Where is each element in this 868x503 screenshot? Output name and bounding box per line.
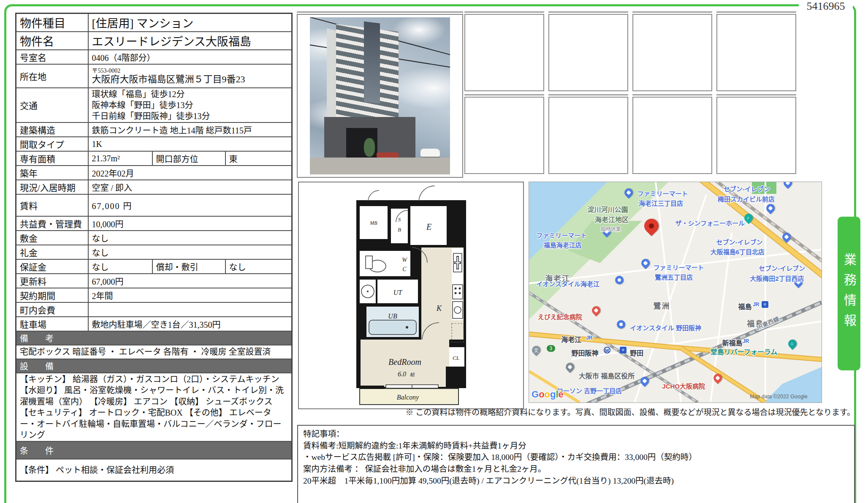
row-label: 駐車場	[16, 317, 88, 331]
map-label-poi: ファミリーマート	[637, 189, 688, 198]
row-label: 礼金	[16, 245, 88, 259]
photo-slot-empty	[632, 14, 712, 91]
map-label-medical: JCHO大阪病院	[662, 381, 705, 390]
map-label-station: 野田阪神	[571, 348, 598, 358]
row-value: なし	[88, 245, 292, 259]
table-row: 保証金なし償却・敷引なし	[16, 259, 292, 274]
white-car	[420, 149, 440, 157]
section-header-row: 条 件	[16, 441, 292, 459]
google-logo-letter: g	[550, 389, 556, 400]
property-table: 物件種目[住居用] マンション物件名エスリードレジデンス大阪福島号室名0406（…	[15, 13, 293, 482]
section-header-row: 設 備	[16, 359, 292, 373]
row-value: [住居用] マンション	[88, 14, 292, 32]
photo-slot-empty	[464, 97, 544, 174]
photo-slot-empty	[632, 97, 712, 174]
table-row: 専有面積21.37m²開口部方位東	[16, 151, 292, 166]
row-value: 2年間	[88, 288, 292, 302]
street	[310, 158, 450, 174]
row-value: 環状線「福島」徒歩12分阪神本線「野田」徒歩13分千日前線「野田阪神」徒歩13分	[88, 88, 292, 122]
google-logo-letter: G	[532, 389, 539, 400]
room-label-c: C	[402, 266, 407, 272]
map-label-jrbadge: JR	[743, 338, 749, 344]
building-photo	[310, 17, 450, 174]
row-value: 67,000 円	[88, 194, 292, 216]
map-label-poi: ザ・シンフォニーホール	[675, 218, 745, 227]
map-label-jrbadge: JR	[753, 302, 759, 307]
map-label-poi: ファミリーマート	[536, 231, 587, 239]
location-map: Google 淀川河川公園海老江地区臨時休業ファミリーマート海老江三丁目店セブン…	[529, 182, 822, 403]
row-label: 間取タイプ	[16, 137, 88, 151]
map-label-jrbadge: JR	[586, 335, 592, 341]
map-label-shield: 3	[547, 345, 556, 352]
map-label-poi: セブン-イレブン	[724, 184, 770, 193]
map-label-poi: ファミリーマート	[654, 263, 704, 272]
table-row: 築年2022年02月	[16, 166, 292, 180]
special-note-line: 20平米超 1平米毎1,100円加算 49,500円(退去時) / エアコンクリ…	[303, 475, 849, 487]
google-logo-letter: o	[545, 389, 550, 400]
section-header-row: 備 考	[16, 331, 292, 345]
row-value: なし	[88, 231, 292, 245]
room-label-w: W	[402, 257, 407, 263]
table-row: 礼金なし	[16, 245, 292, 259]
section-content-row: 宅配ボックス 暗証番号 ・ エレベータ 各階有 ・ 冷暖房 全室設置済	[16, 345, 292, 359]
table-row: 建築構造鉄筋コンクリート造 地上14階 総戸数115戸	[16, 122, 292, 137]
map-label-station: 海老江	[561, 334, 581, 344]
section-content: 【条件】 ペット相談・保証会社利用必須	[16, 459, 292, 481]
row-value-2: 東	[225, 151, 292, 166]
section-content: 宅配ボックス 暗証番号 ・ エレベータ 各階有 ・ 冷暖房 全室設置済	[16, 345, 292, 359]
special-notes-title: 特記事項：	[303, 428, 849, 440]
room-label-ub: UB	[388, 313, 397, 320]
address: 大阪府大阪市福島区鷺洲５丁目9番23	[92, 74, 288, 84]
section-header: 備 考	[16, 331, 292, 345]
map-label-poi: 大阪福島6丁目北店	[711, 247, 765, 256]
row-label-2: 開口部方位	[152, 151, 225, 166]
special-notes-box: 特記事項： 賃料備考:短期解約違約金:1年未満解約時賃料+共益費1ヶ月分・web…	[297, 425, 855, 503]
business-info-tab[interactable]: 業務情報	[838, 217, 860, 370]
cart-pin-icon	[617, 320, 625, 329]
table-row: 所在地〒553-0002大阪府大阪市福島区鷺洲５丁目9番23	[16, 64, 292, 88]
table-row: 現況/入居時期空室 / 即入	[16, 180, 292, 194]
special-note-line: 案内方法備考 ： 保証会社非加入の場合は敷金1ヶ月と礼金2ヶ月。	[303, 463, 849, 475]
building-glass-strip	[364, 22, 380, 104]
room-label-bedroom: BedRoom	[388, 357, 421, 367]
table-row: 号室名0406（4階部分）	[16, 50, 292, 64]
photo-slot-empty	[548, 14, 628, 91]
section-content-row: 【条件】 ペット相談・保証会社利用必須	[16, 459, 292, 481]
map-label-poi: 梅田スカイビル前店	[718, 194, 775, 203]
row-label: 専有面積	[16, 151, 88, 166]
map-label-poi: 海老江三丁目店	[639, 198, 683, 207]
row-label: 所在地	[16, 64, 88, 88]
photo-slot-empty	[716, 14, 796, 91]
transit-line: 環状線「福島」徒歩12分	[92, 89, 288, 100]
row-label: 物件名	[16, 32, 88, 50]
row-label: 更新料	[16, 274, 88, 288]
row-value: 鉄筋コンクリート造 地上14階 総戸数115戸	[88, 122, 292, 137]
row-value: エスリードレジデンス大阪福島	[88, 32, 292, 50]
row-label: 築年	[16, 166, 88, 180]
transit-line: 阪神本線「野田」徒歩13分	[92, 100, 288, 111]
row-value: 10,000円	[88, 216, 292, 231]
row-label: 物件種目	[16, 14, 88, 32]
row-label: 号室名	[16, 50, 88, 64]
row-value: 敷地内駐車場／空き1台／31,350円	[88, 317, 292, 331]
table-row: 物件種目[住居用] マンション	[16, 14, 292, 32]
row-label: 建築構造	[16, 122, 88, 137]
postal-code: 〒553-0002	[92, 68, 288, 74]
row-value: 21.37m²	[88, 151, 152, 166]
map-label-poi: イオンスタイル 野田阪神	[630, 323, 701, 332]
map-label-park: 海老江地区	[595, 214, 629, 224]
section-content: 【キッチン】 給湯器（ガス）・ガスコンロ（2口）・システムキッチン 【水廻り】 …	[16, 373, 292, 441]
map-label-poi: セブン-イレブン	[716, 237, 763, 246]
section-content-row: 【キッチン】 給湯器（ガス）・ガスコンロ（2口）・システムキッチン 【水廻り】 …	[16, 373, 292, 441]
map-label-park: 淀川河川公園	[588, 204, 628, 214]
special-note-line: ・webサービス広告掲載 [許可]・保険：保険要加入 18,000円（要確認）・…	[303, 451, 849, 463]
photo-slot-empty	[464, 14, 544, 91]
photo-frame	[297, 14, 463, 178]
row-label: 賃料	[16, 194, 88, 216]
photo-slot-empty	[548, 97, 628, 174]
disclaimer-note: ※ この資料は物件の概略紹介資料になります。写真、間取図面、設備、概要などが現況…	[297, 406, 855, 417]
document-number: 5416965	[799, 0, 853, 14]
row-value: 空室 / 即入	[88, 180, 292, 194]
flowers	[377, 152, 399, 158]
row-value: なし	[88, 259, 152, 274]
